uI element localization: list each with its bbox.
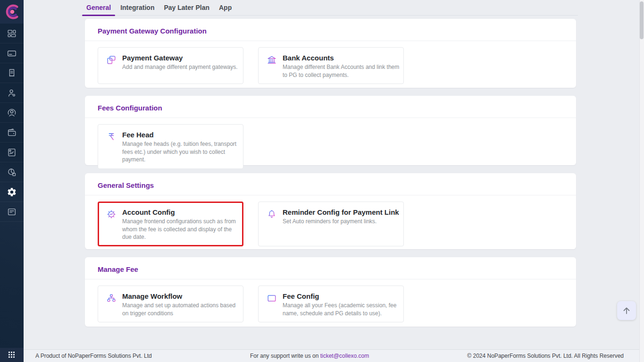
card-description: Set Auto reminders for payment links. bbox=[283, 218, 399, 226]
sidebar-item-user-management[interactable] bbox=[0, 83, 24, 103]
wallet-icon bbox=[7, 127, 17, 138]
payment-gateway-icon bbox=[106, 54, 117, 67]
card-description: Manage all your Fees (academic session, … bbox=[283, 302, 401, 317]
receipt-icon bbox=[7, 68, 17, 78]
tab-bar: General Integration Pay Later Plan App bbox=[80, 0, 578, 16]
footer: A Product of NoPaperForms Solutions Pvt.… bbox=[24, 349, 644, 362]
section-general-settings: General Settings Account Config Manage f… bbox=[85, 173, 576, 249]
card-title: Bank Accounts bbox=[283, 54, 401, 62]
card-payment-gateway[interactable]: Payment Gateway Add and manage different… bbox=[98, 47, 243, 84]
bank-icon bbox=[267, 54, 278, 67]
user-account-icon bbox=[7, 108, 17, 118]
section-fees-configuration: Fees Configuration Fee Head Manage fee h… bbox=[85, 96, 576, 165]
dashboard-icon bbox=[7, 28, 17, 39]
sidebar bbox=[0, 0, 24, 362]
card-title: Fee Head bbox=[122, 131, 241, 139]
section-manage-fee: Manage Fee Manage Workflow Manage and se… bbox=[85, 257, 576, 327]
apps-grid-button[interactable] bbox=[0, 348, 24, 362]
settings-gear-icon bbox=[7, 187, 17, 197]
support-email-link[interactable]: ticket@collexo.com bbox=[320, 353, 369, 359]
workflow-icon bbox=[106, 292, 117, 305]
account-config-gear-icon bbox=[106, 208, 117, 221]
scrollbar-track[interactable] bbox=[639, 0, 644, 362]
sidebar-item-settings[interactable] bbox=[0, 182, 24, 202]
sidebar-item-dashboard[interactable] bbox=[0, 24, 24, 43]
arrow-up-icon bbox=[621, 305, 632, 316]
pie-chart-icon bbox=[7, 167, 17, 177]
apps-grid-icon bbox=[8, 352, 16, 359]
card-fee-config[interactable]: Fee Config Manage all your Fees (academi… bbox=[258, 286, 404, 322]
tab-pay-later-plan[interactable]: Pay Later Plan bbox=[159, 0, 214, 15]
sidebar-item-receipts[interactable] bbox=[0, 63, 24, 83]
report-icon bbox=[7, 147, 17, 158]
fee-card-icon bbox=[267, 292, 278, 305]
section-title: Payment Gateway Configuration bbox=[85, 19, 576, 41]
card-description: Manage frontend configurations such as f… bbox=[122, 218, 241, 241]
card-title: Fee Config bbox=[283, 292, 401, 300]
sidebar-item-payments[interactable] bbox=[0, 43, 24, 63]
section-payment-gateway-configuration: Payment Gateway Configuration Payment Ga… bbox=[85, 19, 576, 88]
sidebar-item-analytics[interactable] bbox=[0, 162, 24, 182]
footer-support-prefix: For any support write us on bbox=[250, 353, 320, 359]
bell-icon bbox=[267, 208, 278, 221]
credit-card-icon bbox=[7, 48, 17, 59]
sidebar-item-reports[interactable] bbox=[0, 143, 24, 162]
section-title: Fees Configuration bbox=[85, 96, 576, 118]
form-icon bbox=[7, 207, 17, 217]
tab-app[interactable]: App bbox=[214, 0, 236, 15]
section-title: Manage Fee bbox=[85, 257, 576, 279]
card-title: Account Config bbox=[122, 208, 241, 216]
card-title: Payment Gateway bbox=[122, 54, 238, 62]
scroll-to-top-button[interactable] bbox=[617, 301, 636, 320]
rupee-icon bbox=[106, 131, 117, 144]
card-title: Manage Workflow bbox=[122, 292, 241, 300]
scrollbar-thumb[interactable] bbox=[640, 1, 644, 39]
card-description: Manage different Bank Accounts and link … bbox=[283, 63, 401, 79]
sidebar-item-wallet[interactable] bbox=[0, 123, 24, 143]
card-fee-head[interactable]: Fee Head Manage fee heads (e.g. tuition … bbox=[98, 124, 243, 169]
sidebar-item-forms[interactable] bbox=[0, 202, 24, 222]
card-description: Manage and set up automated actions base… bbox=[122, 302, 241, 317]
card-title: Reminder Config for Payment Link bbox=[283, 208, 399, 216]
footer-copyright-text: © 2024 NoPaperForms Solutions Pvt. Ltd. … bbox=[467, 353, 624, 359]
card-bank-accounts[interactable]: Bank Accounts Manage different Bank Acco… bbox=[258, 47, 404, 84]
tab-integration[interactable]: Integration bbox=[116, 0, 159, 15]
card-description: Add and manage different payment gateway… bbox=[122, 63, 238, 71]
card-reminder-config[interactable]: Reminder Config for Payment Link Set Aut… bbox=[258, 202, 404, 246]
section-title: General Settings bbox=[85, 173, 576, 195]
collexo-logo bbox=[0, 0, 24, 24]
tab-general[interactable]: General bbox=[82, 0, 116, 15]
card-account-config[interactable]: Account Config Manage frontend configura… bbox=[98, 202, 243, 246]
footer-product-text: A Product of NoPaperForms Solutions Pvt.… bbox=[35, 353, 152, 359]
card-description: Manage fee heads (e.g. tuition fees, tra… bbox=[122, 140, 241, 164]
sidebar-item-profile[interactable] bbox=[0, 103, 24, 123]
card-manage-workflow[interactable]: Manage Workflow Manage and set up automa… bbox=[98, 286, 243, 322]
footer-support-text: For any support write us on ticket@colle… bbox=[250, 353, 369, 359]
user-settings-icon bbox=[7, 88, 17, 98]
